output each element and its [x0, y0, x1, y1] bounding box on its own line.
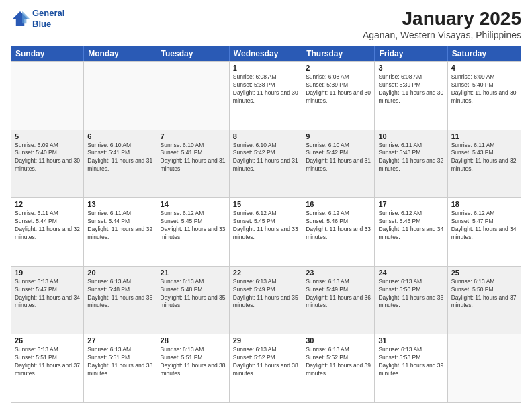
header-thursday: Thursday	[302, 46, 375, 61]
day-number: 13	[87, 200, 152, 208]
cal-cell: 10Sunrise: 6:11 AM Sunset: 5:43 PM Dayli…	[375, 130, 447, 198]
day-number: 6	[87, 132, 152, 140]
cal-cell: 12Sunrise: 6:11 AM Sunset: 5:44 PM Dayli…	[11, 198, 84, 266]
day-number: 11	[451, 132, 517, 140]
day-info: Sunrise: 6:13 AM Sunset: 5:50 PM Dayligh…	[451, 278, 517, 310]
calendar-header: SundayMondayTuesdayWednesdayThursdayFrid…	[11, 46, 521, 61]
header-monday: Monday	[84, 46, 157, 61]
day-info: Sunrise: 6:12 AM Sunset: 5:47 PM Dayligh…	[451, 210, 517, 242]
day-number: 31	[378, 336, 443, 345]
day-info: Sunrise: 6:13 AM Sunset: 5:48 PM Dayligh…	[161, 278, 226, 310]
day-info: Sunrise: 6:10 AM Sunset: 5:42 PM Dayligh…	[306, 142, 371, 174]
day-number: 26	[15, 336, 80, 345]
logo-text: General Blue	[32, 8, 64, 29]
day-number: 18	[451, 200, 517, 208]
cal-cell: 11Sunrise: 6:11 AM Sunset: 5:43 PM Dayli…	[448, 130, 521, 198]
cal-cell: 9Sunrise: 6:10 AM Sunset: 5:42 PM Daylig…	[302, 130, 375, 198]
day-number: 14	[161, 200, 226, 208]
day-number: 28	[161, 336, 226, 345]
cal-cell: 27Sunrise: 6:13 AM Sunset: 5:51 PM Dayli…	[84, 334, 157, 402]
day-info: Sunrise: 6:11 AM Sunset: 5:43 PM Dayligh…	[378, 142, 443, 174]
day-number: 19	[15, 269, 80, 277]
cal-cell: 25Sunrise: 6:13 AM Sunset: 5:50 PM Dayli…	[448, 267, 521, 334]
day-info: Sunrise: 6:13 AM Sunset: 5:49 PM Dayligh…	[233, 278, 298, 310]
logo: General Blue	[11, 8, 64, 29]
day-info: Sunrise: 6:13 AM Sunset: 5:51 PM Dayligh…	[15, 346, 80, 378]
header-sunday: Sunday	[11, 46, 84, 61]
header-friday: Friday	[375, 46, 447, 61]
day-info: Sunrise: 6:12 AM Sunset: 5:46 PM Dayligh…	[306, 210, 371, 242]
day-number: 17	[378, 200, 443, 208]
cal-cell	[157, 62, 230, 130]
day-number: 30	[306, 336, 371, 345]
cal-cell: 23Sunrise: 6:13 AM Sunset: 5:49 PM Dayli…	[302, 267, 375, 334]
day-info: Sunrise: 6:08 AM Sunset: 5:39 PM Dayligh…	[306, 73, 371, 105]
day-number: 1	[233, 64, 298, 72]
day-info: Sunrise: 6:12 AM Sunset: 5:45 PM Dayligh…	[161, 210, 226, 242]
day-info: Sunrise: 6:13 AM Sunset: 5:52 PM Dayligh…	[233, 346, 298, 378]
cal-cell: 3Sunrise: 6:08 AM Sunset: 5:39 PM Daylig…	[375, 62, 447, 130]
day-info: Sunrise: 6:13 AM Sunset: 5:51 PM Dayligh…	[87, 346, 152, 378]
day-info: Sunrise: 6:09 AM Sunset: 5:40 PM Dayligh…	[451, 73, 517, 105]
day-info: Sunrise: 6:09 AM Sunset: 5:40 PM Dayligh…	[15, 142, 80, 174]
cal-cell	[448, 334, 521, 402]
cal-cell	[11, 62, 84, 130]
day-number: 10	[378, 132, 443, 140]
day-info: Sunrise: 6:10 AM Sunset: 5:42 PM Dayligh…	[233, 142, 298, 174]
cal-cell: 30Sunrise: 6:13 AM Sunset: 5:52 PM Dayli…	[302, 334, 375, 402]
cal-cell: 28Sunrise: 6:13 AM Sunset: 5:51 PM Dayli…	[157, 334, 230, 402]
day-info: Sunrise: 6:08 AM Sunset: 5:39 PM Dayligh…	[378, 73, 443, 105]
cal-cell: 2Sunrise: 6:08 AM Sunset: 5:39 PM Daylig…	[302, 62, 375, 130]
day-number: 24	[378, 269, 443, 277]
cal-cell: 22Sunrise: 6:13 AM Sunset: 5:49 PM Dayli…	[230, 267, 302, 334]
cal-cell: 20Sunrise: 6:13 AM Sunset: 5:48 PM Dayli…	[84, 267, 157, 334]
cal-cell: 21Sunrise: 6:13 AM Sunset: 5:48 PM Dayli…	[157, 267, 230, 334]
header-wednesday: Wednesday	[230, 46, 302, 61]
day-number: 22	[233, 269, 298, 277]
day-info: Sunrise: 6:13 AM Sunset: 5:53 PM Dayligh…	[378, 346, 443, 378]
svg-marker-1	[22, 11, 30, 23]
calendar-body: 1Sunrise: 6:08 AM Sunset: 5:38 PM Daylig…	[11, 61, 521, 402]
main-title: January 2025	[363, 8, 521, 30]
day-info: Sunrise: 6:08 AM Sunset: 5:38 PM Dayligh…	[233, 73, 298, 105]
cal-cell: 8Sunrise: 6:10 AM Sunset: 5:42 PM Daylig…	[230, 130, 302, 198]
day-info: Sunrise: 6:11 AM Sunset: 5:44 PM Dayligh…	[15, 210, 80, 242]
week-row-2: 12Sunrise: 6:11 AM Sunset: 5:44 PM Dayli…	[11, 197, 521, 266]
week-row-3: 19Sunrise: 6:13 AM Sunset: 5:47 PM Dayli…	[11, 266, 521, 334]
day-number: 23	[306, 269, 371, 277]
day-info: Sunrise: 6:10 AM Sunset: 5:41 PM Dayligh…	[161, 142, 226, 174]
cal-cell: 4Sunrise: 6:09 AM Sunset: 5:40 PM Daylig…	[448, 62, 521, 130]
day-number: 2	[306, 64, 371, 72]
cal-cell: 18Sunrise: 6:12 AM Sunset: 5:47 PM Dayli…	[448, 198, 521, 266]
day-info: Sunrise: 6:13 AM Sunset: 5:52 PM Dayligh…	[306, 346, 371, 378]
day-number: 8	[233, 132, 298, 140]
subtitle: Aganan, Western Visayas, Philippines	[363, 30, 521, 40]
header: General Blue January 2025 Aganan, Wester…	[11, 8, 521, 40]
cal-cell: 19Sunrise: 6:13 AM Sunset: 5:47 PM Dayli…	[11, 267, 84, 334]
calendar: SundayMondayTuesdayWednesdayThursdayFrid…	[11, 46, 521, 403]
week-row-4: 26Sunrise: 6:13 AM Sunset: 5:51 PM Dayli…	[11, 334, 521, 402]
day-number: 3	[378, 64, 443, 72]
cal-cell	[84, 62, 157, 130]
day-info: Sunrise: 6:13 AM Sunset: 5:50 PM Dayligh…	[378, 278, 443, 310]
week-row-1: 5Sunrise: 6:09 AM Sunset: 5:40 PM Daylig…	[11, 130, 521, 198]
day-number: 12	[15, 200, 80, 208]
day-info: Sunrise: 6:11 AM Sunset: 5:43 PM Dayligh…	[451, 142, 517, 174]
logo-icon	[11, 9, 30, 28]
day-number: 20	[87, 269, 152, 277]
day-number: 15	[233, 200, 298, 208]
title-block: January 2025 Aganan, Western Visayas, Ph…	[363, 8, 521, 40]
day-number: 21	[161, 269, 226, 277]
cal-cell: 15Sunrise: 6:12 AM Sunset: 5:45 PM Dayli…	[230, 198, 302, 266]
cal-cell: 31Sunrise: 6:13 AM Sunset: 5:53 PM Dayli…	[375, 334, 447, 402]
day-info: Sunrise: 6:13 AM Sunset: 5:49 PM Dayligh…	[306, 278, 371, 310]
day-info: Sunrise: 6:13 AM Sunset: 5:47 PM Dayligh…	[15, 278, 80, 310]
cal-cell: 26Sunrise: 6:13 AM Sunset: 5:51 PM Dayli…	[11, 334, 84, 402]
header-saturday: Saturday	[448, 46, 521, 61]
day-number: 4	[451, 64, 517, 72]
cal-cell: 29Sunrise: 6:13 AM Sunset: 5:52 PM Dayli…	[230, 334, 302, 402]
cal-cell: 16Sunrise: 6:12 AM Sunset: 5:46 PM Dayli…	[302, 198, 375, 266]
day-info: Sunrise: 6:13 AM Sunset: 5:48 PM Dayligh…	[87, 278, 152, 310]
page: General Blue January 2025 Aganan, Wester…	[0, 0, 532, 411]
day-number: 9	[306, 132, 371, 140]
